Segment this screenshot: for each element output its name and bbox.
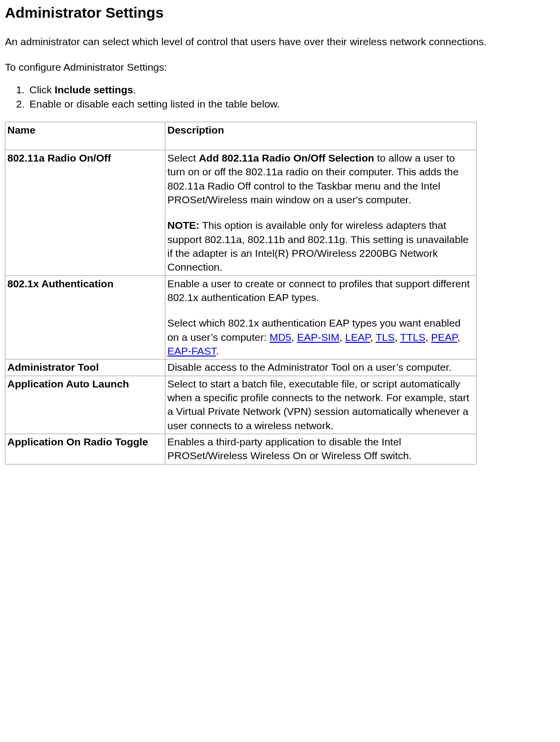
step-1-bold: Include settings [54, 84, 133, 95]
r2-p1: Enable a user to create or connect to pr… [167, 277, 474, 305]
row-desc: Disable access to the Administrator Tool… [165, 359, 477, 376]
header-name: Name [5, 122, 165, 150]
link-md5[interactable]: MD5 [269, 331, 291, 343]
r1-p1-bold: Add 802.11a Radio On/Off Selection [199, 152, 374, 164]
step-1: Click Include settings. [27, 83, 555, 97]
sep: , [426, 331, 431, 343]
lead-text: To configure Administrator Settings: [5, 60, 555, 74]
table-row: Application On Radio Toggle Enables a th… [5, 434, 477, 465]
r1-p2-bold: NOTE: [167, 220, 199, 231]
sep: , [370, 331, 375, 343]
link-eap-sim[interactable]: EAP-SIM [297, 331, 339, 343]
link-eap-fast[interactable]: EAP-FAST [167, 345, 216, 357]
r1-p1-a: Select [167, 152, 199, 164]
row-desc: Select Add 802.11a Radio On/Off Selectio… [165, 150, 477, 275]
settings-table: Name Description 802.11a Radio On/Off Se… [5, 122, 477, 465]
link-ttls[interactable]: TTLS [400, 331, 425, 343]
row-name: Application Auto Launch [5, 376, 165, 434]
page-title: Administrator Settings [5, 3, 555, 23]
row-desc: Enable a user to create or connect to pr… [165, 275, 477, 359]
step-1-suffix: . [133, 84, 136, 95]
table-header-row: Name Description [5, 122, 477, 150]
sep: , [395, 331, 400, 343]
header-description: Description [165, 122, 477, 150]
table-row: 802.11a Radio On/Off Select Add 802.11a … [5, 150, 477, 275]
row-name: Administrator Tool [5, 359, 165, 376]
sep: , [340, 331, 346, 343]
link-tls[interactable]: TLS [376, 331, 395, 343]
row-name: 802.11a Radio On/Off [5, 150, 165, 275]
step-2: Enable or disable each setting listed in… [27, 97, 555, 111]
steps-list: Click Include settings. Enable or disabl… [5, 83, 555, 111]
row-name: Application On Radio Toggle [5, 434, 165, 465]
link-peap[interactable]: PEAP [431, 331, 457, 343]
r1-p2-rest: This option is available only for wirele… [167, 220, 469, 273]
sep: , [457, 331, 460, 343]
r2-end: . [216, 345, 219, 357]
link-leap[interactable]: LEAP [345, 331, 370, 343]
table-row: Application Auto Launch Select to start … [5, 376, 477, 434]
table-row: Administrator Tool Disable access to the… [5, 359, 477, 376]
step-1-prefix: Click [29, 84, 54, 95]
row-desc: Select to start a batch file, executable… [165, 376, 477, 434]
table-row: 802.1x Authentication Enable a user to c… [5, 275, 477, 359]
sep: , [292, 331, 297, 343]
intro-text: An administrator can select which level … [5, 35, 555, 49]
row-name: 802.1x Authentication [5, 275, 165, 359]
row-desc: Enables a third-party application to dis… [165, 434, 477, 465]
